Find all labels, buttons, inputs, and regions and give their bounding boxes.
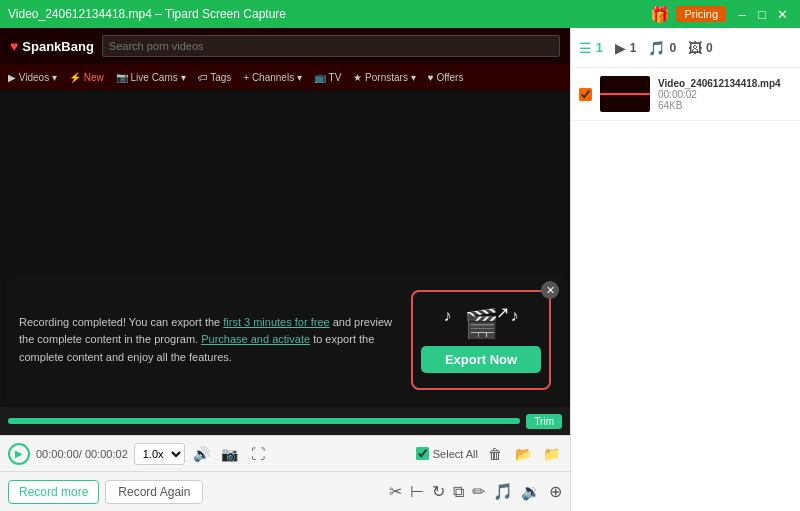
minimize-button[interactable]: – [732,4,752,24]
edit-icon[interactable]: ✏ [472,482,485,501]
volume2-icon[interactable]: 🔉 [521,482,541,501]
crop-icon[interactable]: ⧉ [453,483,464,501]
split-icon[interactable]: ⊢ [410,482,424,501]
video-tab-icon: ☰ [579,40,592,56]
tab-image[interactable]: 🖼 0 [688,40,713,56]
time-display: 00:00:00/ 00:00:02 [36,448,128,460]
left-inner: ♥ SpankBang ▶ Videos ▾ ⚡ New 📷 Live Cams… [0,28,570,511]
nav-offers: ♥ Offers [428,72,464,83]
file-thumbnail [600,76,650,112]
tab-audio[interactable]: ▶ 1 [615,40,637,56]
window-title: Video_240612134418.mp4 – Tipard Screen C… [8,7,650,21]
nav-videos: ▶ Videos ▾ [8,72,57,83]
music-tab-icon: 🎵 [648,40,665,56]
popup-link-free[interactable]: first 3 minutes for free [223,316,329,328]
maximize-button[interactable]: □ [752,4,772,24]
main-area: ♥ SpankBang ▶ Videos ▾ ⚡ New 📷 Live Cams… [0,28,800,511]
nav-tags: 🏷 Tags [198,72,232,83]
audio-tab-icon: ▶ [615,40,626,56]
play-button[interactable]: ▶ [8,443,30,465]
record-again-button[interactable]: Record Again [105,480,203,504]
pricing-button[interactable]: Pricing [676,6,726,22]
music-count: 0 [669,41,676,55]
more-icon[interactable]: ⊕ [549,482,562,501]
file-checkbox[interactable] [579,88,592,101]
delete-icon[interactable]: 🗑 [484,446,506,462]
music-note-left: ♪ [444,307,452,325]
image-tab-icon: 🖼 [688,40,702,56]
site-search-input[interactable] [102,35,560,57]
image-count: 0 [706,41,713,55]
export-popup: ✕ Recording completed! You can export th… [5,275,565,405]
nav-tv: 📺 TV [314,72,341,83]
file-size: 64KB [658,100,792,111]
popup-link-activate[interactable]: Purchase and activate [201,333,310,345]
trim-button[interactable]: Trim [526,414,562,429]
right-panel: ☰ 1 ▶ 1 🎵 0 🖼 0 Video_24061213441 [570,28,800,511]
camera-icon[interactable]: 📷 [219,446,241,462]
nav-channels: + Channels ▾ [243,72,302,83]
export-film-icon: ♪ 🎬↗ ♪ [464,307,499,340]
tab-video[interactable]: ☰ 1 [579,40,603,56]
bottom-icons: ✂ ⊢ ↻ ⧉ ✏ 🎵 🔉 ⊕ [389,482,562,501]
popup-close-button[interactable]: ✕ [541,281,559,299]
video-area: ♥ SpankBang ▶ Videos ▾ ⚡ New 📷 Live Cams… [0,28,570,435]
tab-music[interactable]: 🎵 0 [648,40,676,56]
select-all-label: Select All [433,448,478,460]
nav-new: ⚡ New [69,72,104,83]
logo-text: SpankBang [22,39,94,54]
file-name: Video_240612134418.mp4 [658,78,792,89]
volume-icon[interactable]: 🔊 [191,446,213,462]
select-all-area: Select All [416,447,478,460]
video-count: 1 [596,41,603,55]
scissors-icon[interactable]: ✂ [389,482,402,501]
music-note-right: ♪ [511,307,519,325]
folder-icon[interactable]: 📁 [540,446,562,462]
record-more-button[interactable]: Record more [8,480,99,504]
site-logo: ♥ SpankBang [10,38,94,54]
file-info: Video_240612134418.mp4 00:00:02 64KB [658,78,792,111]
bottom-toolbar: Record more Record Again ✂ ⊢ ↻ ⧉ ✏ 🎵 🔉 ⊕ [0,471,570,511]
export-now-button[interactable]: Export Now [421,346,541,373]
file-duration: 00:00:02 [658,89,792,100]
gift-icon: 🎁 [650,5,670,24]
nav-livecams: 📷 Live Cams ▾ [116,72,186,83]
controls-bar: ▶ 00:00:00/ 00:00:02 1.0x 0.5x 1.5x 2.0x… [0,435,570,471]
site-nav: ▶ Videos ▾ ⚡ New 📷 Live Cams ▾ 🏷 Tags + … [0,64,570,90]
popup-text: Recording completed! You can export the … [19,314,399,367]
close-button[interactable]: ✕ [772,4,792,24]
speed-select[interactable]: 1.0x 0.5x 1.5x 2.0x [134,443,185,465]
export-button-area: ♪ 🎬↗ ♪ Export Now [411,290,551,390]
audio-count: 1 [630,41,637,55]
logo-heart-icon: ♥ [10,38,18,54]
thumb-line [600,93,650,95]
popup-text-start: Recording completed! You can export the [19,316,223,328]
select-all-checkbox[interactable] [416,447,429,460]
folder-open-icon[interactable]: 📂 [512,446,534,462]
rotate-icon[interactable]: ↻ [432,482,445,501]
progress-track[interactable] [8,418,520,424]
nav-pornstars: ★ Pornstars ▾ [353,72,415,83]
site-header: ♥ SpankBang [0,28,570,64]
progress-area: Trim [0,407,570,435]
right-tabs: ☰ 1 ▶ 1 🎵 0 🖼 0 [571,28,800,68]
left-panel: ♥ SpankBang ▶ Videos ▾ ⚡ New 📷 Live Cams… [0,28,570,511]
titlebar: Video_240612134418.mp4 – Tipard Screen C… [0,0,800,28]
audio-icon[interactable]: 🎵 [493,482,513,501]
progress-fill [8,418,520,424]
file-entry: Video_240612134418.mp4 00:00:02 64KB [571,68,800,121]
fullscreen-icon[interactable]: ⛶ [247,446,269,462]
